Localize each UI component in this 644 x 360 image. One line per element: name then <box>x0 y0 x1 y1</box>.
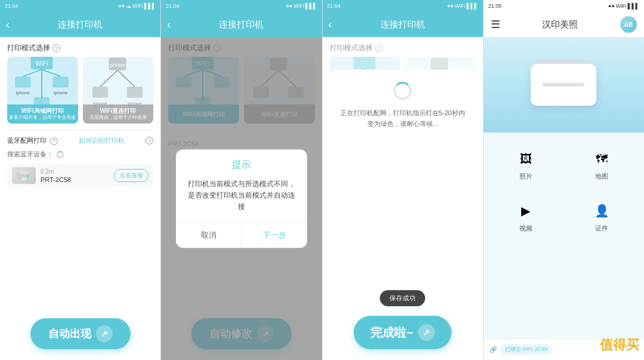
status-bar-1: 21:04 ●● ☁ WiFi ▌▌▌ <box>0 0 160 12</box>
svg-rect-6 <box>52 76 68 87</box>
svg-line-2 <box>23 69 42 76</box>
panel4-grid: 🖼 照片 🗺 地图 ▶ 视频 👤 证件 <box>484 133 644 247</box>
panel4-header: ☰ 汉印美照 AB <box>484 12 644 37</box>
section-title-3: 打印模式选择 ? <box>323 37 483 57</box>
back-button-2[interactable]: ‹ <box>167 19 171 31</box>
status-icons-1: ●● ☁ WiFi ▌▌▌ <box>118 3 156 9</box>
dialog-2: 提示 打印机当前模式与所选模式不同，是否改变打印机当前模式并自动连接 取消 下一… <box>176 149 307 248</box>
arrow-icon-1: ↗ <box>96 325 113 342</box>
svg-line-3 <box>42 69 61 76</box>
menu-icon-4[interactable]: ☰ <box>491 18 500 31</box>
printer-3d-image <box>531 64 596 106</box>
status-bar-4: 21:05 ●● WiFi ▌▌▌ <box>484 0 644 12</box>
header-title-3: 连接打印机 <box>380 19 425 30</box>
svg-text:iphone: iphone <box>16 90 30 96</box>
watermark-4: 值得买 <box>600 336 639 354</box>
action-button-1[interactable]: 自动出现 ↗ <box>30 318 131 349</box>
divider-1 <box>7 130 153 130</box>
confirm-button-2[interactable]: 下一步 <box>242 223 307 248</box>
svg-text:WiFi: WiFi <box>35 59 48 66</box>
header-title-4: 汉印美照 <box>542 19 578 30</box>
svg-text:iphone: iphone <box>93 100 107 106</box>
svg-rect-5 <box>15 76 30 87</box>
status-icons-3: ●● WiFi ▌▌▌ <box>447 3 478 9</box>
maps-label: 地图 <box>595 172 608 181</box>
svg-rect-15 <box>92 87 107 97</box>
grid-item-id[interactable]: 👤 证件 <box>566 193 637 239</box>
header-bar-1: ‹ 连接打印机 <box>0 12 160 37</box>
header-bar-2: ‹ 连接打印机 <box>161 12 321 37</box>
svg-text:iphone: iphone <box>54 90 68 96</box>
time-1: 21:04 <box>5 3 18 9</box>
help-icon-1[interactable]: ? <box>52 44 60 52</box>
grid-item-maps[interactable]: 🗺 地图 <box>566 141 637 187</box>
header-title-1: 连接打印机 <box>58 19 103 30</box>
search-spinner-1 <box>57 151 64 158</box>
help-icon-identify[interactable]: ? <box>145 137 153 144</box>
printer-distance-1: 0.2m <box>41 168 109 175</box>
svg-text:iphone: iphone <box>128 100 142 106</box>
video-icon: ▶ <box>516 201 535 220</box>
printer-badge-4: 已绑定 PRT-2C58 <box>500 344 552 355</box>
time-2: 21:04 <box>166 3 179 9</box>
header-title-2: 连接打印机 <box>219 19 264 30</box>
bt-label-1: 蓝牙配网打印 ? <box>7 136 58 145</box>
back-button-1[interactable]: ‹ <box>6 19 10 31</box>
back-button-3[interactable]: ‹ <box>329 19 332 31</box>
progress-spinner-3 <box>394 82 411 100</box>
time-4: 21:05 <box>488 3 502 9</box>
svg-rect-7 <box>34 97 49 107</box>
wifi-diagram-1: WiFi iphone iphone printer <box>7 57 78 104</box>
svg-line-14 <box>117 70 135 87</box>
cancel-button-2[interactable]: 取消 <box>176 223 242 248</box>
link-icon: 🔗 <box>490 346 497 353</box>
printer-item-1: 0.2m PRT-2C58 点击连接 <box>7 164 153 187</box>
status-bar-3: 21:04 ●● WiFi ▌▌▌ <box>323 0 483 12</box>
help-icon-bt[interactable]: ? <box>50 137 58 145</box>
success-msg-3: 保存成功 <box>380 290 425 306</box>
video-label: 视频 <box>519 224 532 233</box>
mode-cards-1: WiFi iphone iphone printer WIFI局域网打印 <box>0 57 160 124</box>
connect-button-1[interactable]: 点击连接 <box>114 169 148 182</box>
main-content-3: 打印模式选择 ? <box>323 37 483 360</box>
photos-label: 照片 <box>519 172 532 181</box>
action-button-3[interactable]: 完成啦~ ↗ <box>354 316 451 349</box>
id-label: 证件 <box>595 224 608 233</box>
svg-rect-21 <box>21 178 26 180</box>
header-bar-3: ‹ 连接打印机 <box>323 12 483 37</box>
status-bar-2: 21:04 ●● WiFi ▌▌▌ <box>161 0 321 12</box>
svg-line-13 <box>100 70 117 87</box>
svg-rect-16 <box>126 87 142 97</box>
id-icon: 👤 <box>592 201 611 220</box>
avatar-4[interactable]: AB <box>620 16 637 33</box>
svg-rect-20 <box>19 171 29 174</box>
main-content-1: 打印模式选择 ? WiFi iphone ipho <box>0 37 160 360</box>
bt-link-1[interactable]: 如何识别打印机 <box>79 136 125 145</box>
phone-panel-4: 21:05 ●● WiFi ▌▌▌ ☰ 汉印美照 AB 🖼 照片 🗺 地图 ▶ … <box>484 0 644 360</box>
svg-point-22 <box>27 175 29 177</box>
svg-text:printer: printer <box>110 62 125 68</box>
time-3: 21:04 <box>327 3 341 9</box>
grid-item-video[interactable]: ▶ 视频 <box>491 193 561 239</box>
svg-rect-43 <box>431 57 448 70</box>
dialog-body-2: 打印机当前模式与所选模式不同，是否改变打印机当前模式并自动连接 <box>176 176 307 223</box>
panel4-hero <box>484 37 644 133</box>
maps-icon: 🗺 <box>592 149 611 168</box>
mode-card-direct-1[interactable]: printer iphone iphone WiFi直连打印 无需路由，适用于户… <box>83 57 154 124</box>
phone-panel-3: 21:04 ●● WiFi ▌▌▌ ‹ 连接打印机 打印模式选择 ? <box>323 0 483 360</box>
search-row-1: 搜索蓝牙设备： <box>7 150 153 159</box>
status-icons-2: ●● WiFi ▌▌▌ <box>286 3 317 9</box>
svg-rect-36 <box>353 57 375 69</box>
grid-item-photos[interactable]: 🖼 照片 <box>491 141 561 187</box>
printer-name-1: PRT-2C58 <box>41 176 109 183</box>
bt-section-1: 蓝牙配网打印 ? 如何识别打印机 ? 搜索蓝牙设备： <box>0 136 160 187</box>
status-icons-4: ●● WiFi ▌▌▌ <box>608 3 639 9</box>
svg-text:printer: printer <box>35 108 49 110</box>
progress-box-3: 正在打印机配网，打印机指示灯在5-20秒内变为绿色，请耐心等候... <box>330 70 476 141</box>
help-icon-3: ? <box>375 44 383 52</box>
main-content-2: 打印模式选择 ? WiFi <box>161 37 321 360</box>
direct-diagram-1: printer iphone iphone <box>83 57 154 104</box>
photos-icon: 🖼 <box>516 149 535 168</box>
arrow-icon-3: ↗ <box>418 324 435 341</box>
mode-card-wifi-1[interactable]: WiFi iphone iphone printer WIFI局域网打印 <box>7 57 78 124</box>
